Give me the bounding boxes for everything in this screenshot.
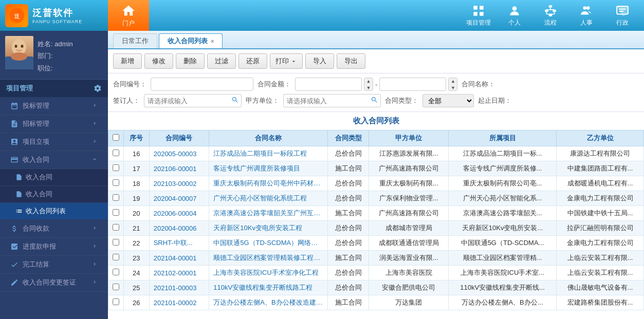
row-contract-no[interactable]: 202101-00003 [149,280,209,295]
nav-hr[interactable]: 人事 [569,2,603,30]
row-contract-no[interactable]: 202102-00001 [149,266,209,280]
row-checkbox[interactable] [113,224,119,231]
party-a-input[interactable] [283,94,381,107]
row-contract-no[interactable]: 202005-00003 [149,146,209,161]
delete-button[interactable]: 删除 [176,53,205,69]
nav-home-button[interactable]: 门户 [108,0,149,31]
sub-income-contract-2[interactable]: 收入合同 [0,186,108,203]
select-all-checkbox[interactable] [113,134,119,141]
row-checkbox[interactable] [113,179,119,186]
amount-min-input[interactable] [295,78,362,91]
row-contract-no[interactable]: 202106-00001 [149,161,209,176]
row-checkbox[interactable] [113,194,119,201]
svg-point-26 [21,45,24,48]
spin-up[interactable]: ▲ [364,78,373,85]
spin-down[interactable]: ▼ [364,85,373,91]
print-button[interactable]: 打印 [270,53,303,69]
tab-daily[interactable]: 日常工作 [113,33,157,48]
import-button[interactable]: 导入 [305,53,334,69]
nav-project-mgmt[interactable]: 项目管理 [462,2,495,30]
svg-marker-23 [617,6,628,16]
row-contract-no[interactable]: 202103-00002 [149,176,209,191]
sidebar-item-completion[interactable]: 完工结算 [0,256,108,274]
row-contract-name[interactable]: 江苏成品油二期项目一标段工程 [209,146,328,161]
row-checkbox[interactable] [113,239,119,246]
sidebar-item-contract-payment[interactable]: 合同收款 [0,220,108,238]
row-contract-no[interactable]: 202006-00004 [149,206,209,221]
row-contract-name[interactable]: 中国联通5G（TD-SCDMA）网络三期四川... [209,236,328,251]
row-checkbox[interactable] [113,254,119,260]
svg-rect-3 [480,6,484,10]
table-row: 23 202104-00001 顺德工业园区档案管理精装修工程（一标... 施工… [108,251,644,266]
nav-workflow[interactable]: 流程 [533,2,567,30]
row-checkbox[interactable] [113,209,119,216]
sub-income-contract[interactable]: 收入合同 [0,169,108,186]
row-id: 22 [124,236,150,251]
edit-button[interactable]: 修改 [144,53,173,69]
close-tab-button[interactable]: × [211,38,214,44]
table-wrap: 序号 合同编号 合同名称 合同类型 甲方单位 所属项目 乙方单位 16 2020… [108,130,644,319]
add-button[interactable]: 新增 [113,53,142,69]
export-button[interactable]: 导出 [337,53,365,69]
sidebar-item-tender[interactable]: 招标管理 [0,115,108,133]
spin-up[interactable]: ▲ [449,78,457,85]
arrow-icon [91,261,102,269]
row-party-a: 成都联通通信管理局 [369,236,449,251]
row-contract-name[interactable]: 110kV安徽线程集变开断线路工程 [209,280,328,295]
row-contract-no[interactable]: 202004-00006 [149,221,209,236]
sidebar-item-contract-change[interactable]: 收入合同变更签证 [0,274,108,292]
row-checkbox-cell [108,280,124,295]
logo-area: 泛 泛普软件 FANPU SOFTWARE [0,0,108,31]
contract-no-label: 合同编号： [113,80,146,89]
contract-no-input[interactable] [151,78,253,91]
nav-admin[interactable]: 行政 [605,2,639,30]
amount-max-spinner[interactable]: ▲ ▼ [448,78,457,91]
sidebar-item-project-approval[interactable]: 项目立项 [0,133,108,151]
signer-label: 签订人： [113,96,140,105]
party-a-search-icon[interactable] [371,96,378,105]
sub-income-contract-list[interactable]: 收入合同列表 [0,203,108,220]
row-project: 江苏成品油二期项目一标... [449,146,557,161]
signer-input[interactable] [144,94,242,107]
row-party-a: 重庆太极制药有限... [369,176,449,191]
row-party-a: 万达集团 [369,295,449,310]
sidebar-item-income-contract[interactable]: 收入合同 [0,151,108,169]
row-contract-no[interactable]: 202104-00001 [149,251,209,266]
row-party-b: 金康电力工程有限公司 [557,191,644,206]
row-checkbox[interactable] [113,298,119,305]
row-contract-name[interactable]: 广州天心苑小区智能化系统工程 [209,191,328,206]
row-contract-name[interactable]: 顺德工业园区档案管理精装修工程（一标... [209,251,328,266]
row-contract-name[interactable]: 万达办公楼左侧A、B办公楼改造建设工程 [209,295,328,310]
gear-icon[interactable] [94,84,102,92]
row-checkbox[interactable] [113,284,119,290]
amount-max-input[interactable] [379,78,446,91]
row-id: 25 [124,280,150,295]
signer-search-icon[interactable] [231,96,239,105]
sidebar-item-progress-payment[interactable]: 进度款申报 [0,238,108,256]
amount-min-spinner[interactable]: ▲ ▼ [364,78,373,91]
row-contract-no[interactable]: 202101-00002 [149,295,209,310]
svg-rect-2 [473,6,477,10]
row-checkbox[interactable] [113,164,119,171]
filter-button[interactable]: 过滤 [207,53,236,69]
col-party-b: 乙方单位 [557,130,644,146]
nav-personal[interactable]: 个人 [498,2,531,30]
restore-button[interactable]: 还原 [238,53,267,69]
contract-type-select[interactable]: 全部 总价合同 施工合同 [422,94,474,107]
row-checkbox[interactable] [113,269,119,275]
table-title: 收入合同列表 [108,112,644,130]
row-id: 17 [124,161,150,176]
row-contract-name[interactable]: 上海市美容医院ICU手术室净化工程 [209,266,328,280]
row-checkbox[interactable] [113,149,119,156]
row-contract-no[interactable]: 202004-00007 [149,191,209,206]
row-contract-name[interactable]: 客运专线广州调度所装修项目 [209,161,328,176]
filter-row-1: 合同编号： 合同金额： ▲ ▼ - ▲ ▼ 合同名称： [113,78,639,91]
row-contract-no[interactable]: SRHT-中联... [149,236,209,251]
spin-down[interactable]: ▼ [449,85,457,91]
sidebar-item-bidding[interactable]: 投标管理 [0,97,108,115]
tab-income-list[interactable]: 收入合同列表 × [159,33,223,48]
row-contract-type: 总价合同 [328,176,369,191]
row-contract-name[interactable]: 京港澳高速公路零壤韶关至广州互通路面... [209,206,328,221]
row-contract-name[interactable]: 天府新区10Kv变电所安装工程 [209,221,328,236]
row-contract-name[interactable]: 重庆太极制药有限公司亳州中药材仓储物... [209,176,328,191]
